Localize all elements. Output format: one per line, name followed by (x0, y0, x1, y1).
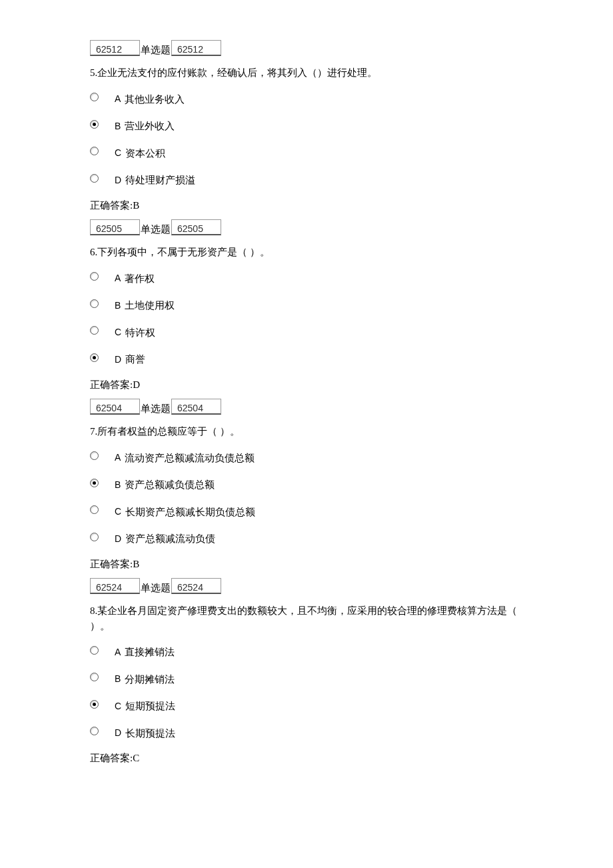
option-text: 待处理财产损溢 (125, 173, 195, 188)
radio-button[interactable] (90, 646, 99, 655)
radio-button[interactable] (90, 533, 99, 541)
option-text: 分期摊销法 (125, 672, 175, 687)
option-letter: D (115, 173, 121, 187)
option-text: 著作权 (125, 271, 155, 287)
radio-button[interactable] (90, 272, 99, 281)
question-id-box[interactable]: 62524 (171, 578, 221, 594)
question-id-row: 62504单选题62504 (90, 399, 523, 415)
option-letter: B (115, 478, 121, 492)
radio-button[interactable] (90, 353, 99, 362)
question-id-box[interactable]: 62505 (171, 219, 221, 235)
correct-answer: 正确答案:D (90, 377, 523, 393)
answer-label: 正确答案: (90, 379, 133, 390)
option-row: A著作权 (90, 269, 523, 285)
question-id-box[interactable]: 62504 (90, 399, 140, 415)
option-letter: B (115, 119, 121, 133)
question-type-label: 单选题 (141, 222, 171, 237)
option-row: D资产总额减流动负债 (90, 529, 523, 545)
question-id-box[interactable]: 62512 (90, 40, 140, 56)
question-type-label: 单选题 (141, 581, 171, 596)
question-id-box[interactable]: 62504 (171, 399, 221, 415)
question-body: 下列各项中，不属于无形资产是（ ）。 (97, 247, 270, 257)
answer-value: C (133, 753, 139, 763)
option-text: 直接摊销法 (125, 645, 175, 660)
option-row: D待处理财产损溢 (90, 171, 523, 186)
option-text: 流动资产总额减流动负债总额 (125, 451, 255, 466)
question-block: 62504单选题625047.所有者权益的总额应等于（ ）。A流动资产总额减流动… (90, 399, 523, 571)
answer-label: 正确答案: (90, 559, 133, 569)
option-text: 商誉 (125, 352, 145, 367)
answer-label: 正确答案: (90, 753, 133, 763)
question-id-row: 62505单选题62505 (90, 219, 523, 235)
correct-answer: 正确答案:B (90, 198, 523, 213)
option-letter: C (115, 146, 121, 160)
option-letter: A (115, 645, 121, 659)
question-type-label: 单选题 (141, 43, 171, 58)
question-block: 62512单选题625125.企业无法支付的应付账款，经确认后，将其列入（）进行… (90, 40, 523, 213)
option-row: A其他业务收入 (90, 90, 523, 105)
question-id-box[interactable]: 62512 (171, 40, 221, 56)
question-body: 某企业各月固定资产修理费支出的数额较大，且不均衡，应采用的较合理的修理费核算方法… (90, 605, 517, 631)
question-number: 7. (90, 426, 97, 437)
option-letter: D (115, 726, 121, 740)
question-body: 企业无法支付的应付账款，经确认后，将其列入（）进行处理。 (97, 67, 377, 78)
answer-value: D (133, 379, 140, 390)
question-id-row: 62512单选题62512 (90, 40, 523, 56)
option-row: A直接摊销法 (90, 643, 523, 658)
option-row: D长期预提法 (90, 724, 523, 739)
option-row: C长期资产总额减长期负债总额 (90, 503, 523, 518)
question-id-row: 62524单选题62524 (90, 578, 523, 594)
radio-button[interactable] (90, 147, 99, 155)
question-text: 5.企业无法支付的应付账款，经确认后，将其列入（）进行处理。 (90, 65, 523, 81)
option-row: B营业外收入 (90, 117, 523, 132)
radio-button[interactable] (90, 479, 99, 487)
option-row: D商誉 (90, 350, 523, 365)
radio-button[interactable] (90, 326, 99, 335)
question-body: 所有者权益的总额应等于（ ）。 (97, 426, 240, 437)
question-number: 6. (90, 247, 97, 257)
radio-button[interactable] (90, 299, 99, 308)
radio-button[interactable] (90, 505, 99, 514)
option-letter: B (115, 672, 121, 686)
question-block: 62524单选题625248.某企业各月固定资产修理费支出的数额较大，且不均衡，… (90, 578, 523, 766)
answer-value: B (133, 200, 139, 211)
option-letter: B (115, 299, 121, 313)
option-letter: D (115, 353, 121, 367)
option-row: B土地使用权 (90, 296, 523, 311)
option-row: C资本公积 (90, 144, 523, 159)
option-row: C特许权 (90, 323, 523, 339)
question-number: 5. (90, 67, 97, 78)
option-text: 短期预提法 (125, 699, 175, 714)
question-text: 6.下列各项中，不属于无形资产是（ ）。 (90, 245, 523, 260)
option-row: B资产总额减负债总额 (90, 475, 523, 491)
option-text: 长期资产总额减长期负债总额 (125, 505, 255, 520)
question-id-box[interactable]: 62505 (90, 219, 140, 235)
option-text: 特许权 (125, 325, 155, 341)
question-text: 8.某企业各月固定资产修理费支出的数额较大，且不均衡，应采用的较合理的修理费核算… (90, 603, 523, 633)
option-letter: D (115, 532, 121, 546)
option-letter: A (115, 92, 121, 106)
question-number: 8. (90, 605, 97, 616)
option-letter: C (115, 699, 121, 713)
question-type-label: 单选题 (141, 401, 171, 417)
radio-button[interactable] (90, 700, 99, 709)
option-text: 其他业务收入 (125, 92, 185, 107)
radio-button[interactable] (90, 727, 99, 735)
radio-button[interactable] (90, 174, 99, 183)
option-row: C短期预提法 (90, 697, 523, 712)
question-text: 7.所有者权益的总额应等于（ ）。 (90, 424, 523, 439)
option-text: 长期预提法 (125, 726, 175, 741)
radio-button[interactable] (90, 93, 99, 101)
question-block: 62505单选题625056.下列各项中，不属于无形资产是（ ）。A著作权B土地… (90, 219, 523, 392)
radio-button[interactable] (90, 120, 99, 129)
question-id-box[interactable]: 62524 (90, 578, 140, 594)
option-text: 营业外收入 (125, 119, 175, 134)
answer-label: 正确答案: (90, 200, 133, 211)
correct-answer: 正确答案:B (90, 557, 523, 572)
option-text: 土地使用权 (125, 298, 175, 313)
radio-button[interactable] (90, 673, 99, 681)
option-letter: A (115, 271, 121, 285)
radio-button[interactable] (90, 451, 99, 460)
option-text: 资产总额减流动负债 (125, 531, 215, 547)
option-text: 资产总额减负债总额 (125, 477, 215, 493)
